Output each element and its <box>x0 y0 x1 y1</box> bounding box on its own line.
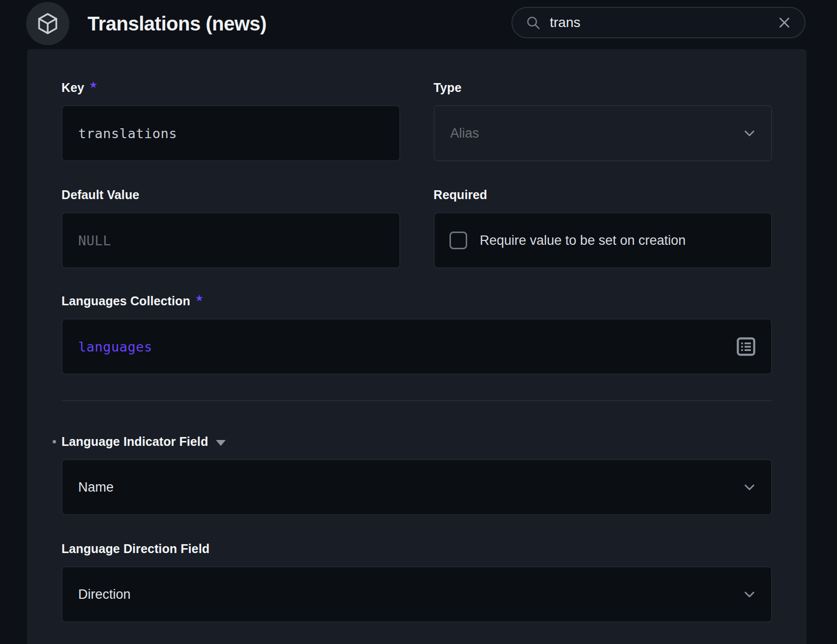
language-direction-label: Language Direction Field <box>61 541 772 556</box>
field-language-direction: Language Direction Field Direction <box>61 541 772 622</box>
search-bar[interactable] <box>511 7 806 38</box>
field-type: Type Alias <box>434 80 773 161</box>
default-value-label: Default Value <box>61 187 400 203</box>
row-key-type: Key★ Type Alias <box>61 80 772 161</box>
type-label-text: Type <box>434 80 462 95</box>
key-label: Key★ <box>61 80 400 95</box>
chevron-down-icon <box>741 585 758 603</box>
languages-collection-label: Languages Collection★ <box>61 293 772 309</box>
required-option-label: Require value to be set on creation <box>480 233 686 248</box>
field-default-value: Default Value <box>61 187 400 268</box>
required-label-text: Required <box>434 187 487 203</box>
required-option[interactable]: Require value to be set on creation <box>434 212 773 268</box>
search-icon <box>525 15 541 30</box>
required-label: Required <box>434 187 773 203</box>
language-direction-select[interactable]: Direction <box>61 566 772 622</box>
chevron-down-icon <box>741 124 758 142</box>
section-divider <box>61 400 772 401</box>
modified-dot-icon <box>53 440 56 443</box>
field-language-indicator: Language Indicator Field Name <box>61 434 772 515</box>
key-input[interactable] <box>61 105 400 161</box>
language-indicator-label: Language Indicator Field <box>61 434 772 449</box>
label-menu-arrow-icon[interactable] <box>216 440 226 446</box>
search-input[interactable] <box>549 14 777 31</box>
field-type-avatar <box>26 2 69 45</box>
language-indicator-select-value: Name <box>78 480 114 495</box>
row-default-required: Default Value Required Require value to … <box>61 187 772 268</box>
field-settings-panel: Key★ Type Alias Default Valu <box>27 49 807 644</box>
field-key: Key★ <box>61 80 400 161</box>
type-select[interactable]: Alias <box>434 105 773 161</box>
language-direction-label-text: Language Direction Field <box>61 541 209 556</box>
key-label-text: Key <box>61 80 84 95</box>
required-checkbox[interactable] <box>449 232 467 249</box>
language-direction-select-value: Direction <box>78 587 131 602</box>
list-icon[interactable] <box>734 334 758 359</box>
required-star-icon: ★ <box>89 77 97 93</box>
languages-collection-input[interactable]: languages <box>61 319 772 375</box>
type-label: Type <box>434 80 773 95</box>
chevron-down-icon <box>741 478 758 496</box>
default-value-label-text: Default Value <box>61 187 139 203</box>
drawer-header: Translations (news) <box>0 0 837 49</box>
required-star-icon: ★ <box>195 291 204 306</box>
languages-collection-label-text: Languages Collection <box>61 293 190 309</box>
page-title: Translations (news) <box>88 0 267 47</box>
languages-collection-value: languages <box>78 339 152 354</box>
field-detail-drawer: Translations (news) Key★ <box>0 0 837 644</box>
language-indicator-label-text: Language Indicator Field <box>61 434 208 449</box>
default-value-input[interactable] <box>61 212 400 268</box>
field-required: Required Require value to be set on crea… <box>434 187 773 268</box>
field-languages-collection: Languages Collection★ languages <box>61 293 772 375</box>
type-select-value: Alias <box>450 126 479 141</box>
language-indicator-select[interactable]: Name <box>61 459 772 515</box>
clear-search-icon[interactable] <box>777 15 792 30</box>
box-icon <box>35 11 60 36</box>
